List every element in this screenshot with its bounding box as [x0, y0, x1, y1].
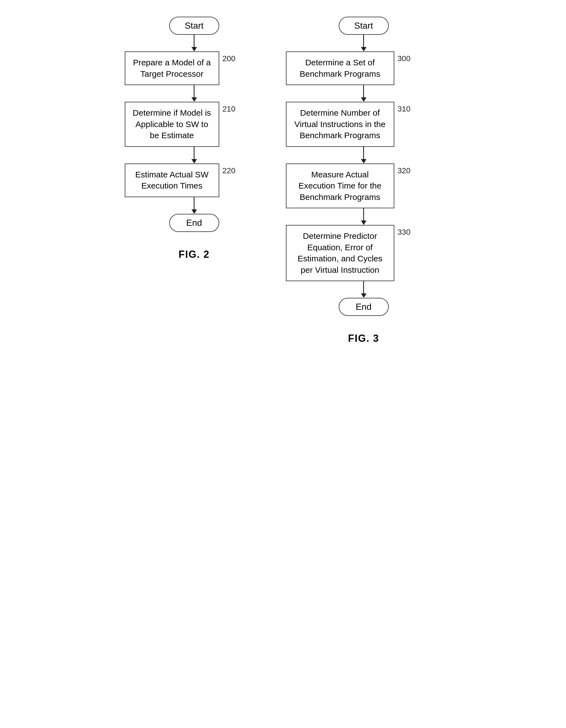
fig3-arrow-0 [361, 35, 366, 51]
fig2-arrow-1 [192, 85, 197, 102]
fig3-step330-tag: 330 [398, 228, 411, 237]
fig3-step310-text: Determine Number of Virtual Instructions… [293, 107, 387, 141]
fig2-diagram: Start Prepare a Model of a Target Proces… [125, 17, 264, 260]
fig2-step220-text: Estimate Actual SW Execution Times [132, 169, 212, 192]
fig2-step200-text: Prepare a Model of a Target Processor [132, 57, 212, 80]
fig2-step220-tag: 220 [223, 166, 236, 175]
fig2-arrow-3 [192, 197, 197, 214]
fig3-step320: Measure Actual Execution Time for the Be… [286, 164, 394, 209]
fig2-arrow-2 [192, 147, 197, 164]
fig3-arrow-1 [361, 85, 366, 102]
fig2-step210-tag: 210 [223, 105, 236, 113]
fig3-end-label: End [356, 302, 371, 312]
fig3-step320-tag: 320 [398, 166, 411, 175]
fig3-arrow-4 [361, 281, 366, 298]
fig3-step310: Determine Number of Virtual Instructions… [286, 102, 394, 147]
fig2-arrow-0 [192, 35, 197, 51]
fig2-step210: Determine if Model is Applicable to SW t… [125, 102, 219, 147]
fig3-start: Start [339, 17, 389, 35]
fig3-title: FIG. 3 [348, 333, 379, 344]
fig2-step200-tag: 200 [223, 54, 236, 63]
fig3-step300: Determine a Set of Benchmark Programs [286, 51, 394, 85]
fig2-step210-text: Determine if Model is Applicable to SW t… [132, 107, 212, 141]
fig3-end: End [339, 298, 389, 316]
fig2-end-label: End [186, 218, 202, 228]
fig2-step200: Prepare a Model of a Target Processor [125, 51, 219, 85]
fig2-start-label: Start [185, 21, 204, 31]
fig2-step220: Estimate Actual SW Execution Times [125, 164, 219, 197]
fig3-step330-text: Determine Predictor Equation, Error of E… [293, 231, 387, 276]
fig3-arrow-2 [361, 147, 366, 164]
fig3-step310-tag: 310 [398, 105, 411, 113]
fig2-title: FIG. 2 [178, 249, 210, 260]
fig3-arrow-3 [361, 208, 366, 225]
fig3-diagram: Start Determine a Set of Benchmark Progr… [286, 17, 441, 344]
fig2-start: Start [169, 17, 219, 35]
fig3-start-label: Start [354, 21, 373, 31]
fig3-step330: Determine Predictor Equation, Error of E… [286, 225, 394, 281]
fig3-step320-text: Measure Actual Execution Time for the Be… [293, 169, 387, 203]
fig3-step300-tag: 300 [398, 54, 411, 63]
fig2-end: End [169, 214, 219, 232]
fig3-step300-text: Determine a Set of Benchmark Programs [293, 57, 387, 80]
